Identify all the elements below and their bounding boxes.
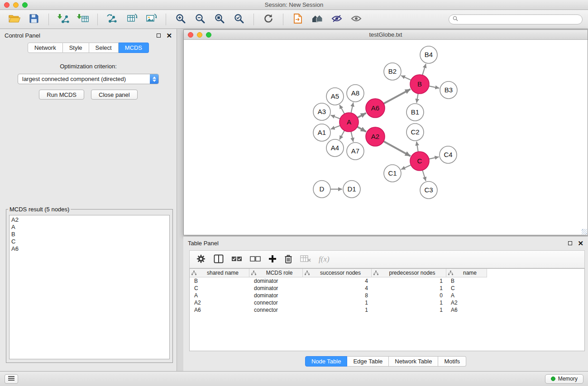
network-node-C4[interactable]: C4 xyxy=(440,146,457,163)
column-header[interactable]: MCDS role xyxy=(249,269,303,277)
network-node-A8[interactable]: A8 xyxy=(347,85,364,102)
table-settings-button[interactable] xyxy=(196,254,206,265)
node-table[interactable]: shared nameMCDS rolesuccessor nodesprede… xyxy=(189,268,585,351)
network-edge-A-A4[interactable] xyxy=(339,130,344,139)
delete-table-button[interactable] xyxy=(300,255,311,264)
tab-network[interactable]: Network xyxy=(28,43,63,53)
import-table-button[interactable] xyxy=(74,12,92,27)
network-node-D[interactable]: D xyxy=(313,181,330,198)
delete-column-button[interactable] xyxy=(284,254,292,265)
deselect-all-rows-button[interactable] xyxy=(250,256,261,263)
home-neighbors-button[interactable] xyxy=(308,12,326,27)
zoom-fit-button[interactable] xyxy=(210,12,229,27)
network-edge-A-A5[interactable] xyxy=(339,105,344,114)
hide-details-button[interactable] xyxy=(328,12,346,27)
window-resize-grip[interactable] xyxy=(582,229,587,234)
network-edge-B-B2[interactable] xyxy=(401,76,411,80)
save-session-button[interactable] xyxy=(25,12,43,27)
function-builder-button[interactable]: f(x) xyxy=(319,255,330,264)
network-edge-A-A3[interactable] xyxy=(331,115,340,119)
close-window-button[interactable] xyxy=(4,2,10,8)
network-node-B3[interactable]: B3 xyxy=(440,81,457,99)
column-header[interactable]: predecessor nodes xyxy=(372,269,446,277)
task-history-button[interactable] xyxy=(5,374,18,384)
network-node-A2[interactable]: A2 xyxy=(366,127,385,146)
network-edge-A-A8[interactable] xyxy=(351,103,353,113)
select-all-rows-button[interactable] xyxy=(231,256,242,263)
tab-style[interactable]: Style xyxy=(63,43,89,53)
show-details-button[interactable] xyxy=(347,12,365,27)
import-network-button[interactable] xyxy=(54,12,72,27)
network-canvas-area[interactable]: AA1A2A3A4A5A6A7A8BB1B2B3B4CC1C2C3C4DD1 xyxy=(184,40,588,235)
close-panel-icon[interactable]: ✕ xyxy=(166,33,172,38)
network-edge-A2-C[interactable] xyxy=(383,141,410,156)
network-edge-A-A7[interactable] xyxy=(351,132,353,142)
column-header[interactable]: shared name xyxy=(190,269,249,277)
criterion-dropdown[interactable]: largest connected component (directed) xyxy=(18,74,159,84)
network-edge-A-A1[interactable] xyxy=(331,126,340,129)
network-edge-B-B3[interactable] xyxy=(429,86,440,88)
mcds-result-item[interactable]: A6 xyxy=(10,245,169,253)
mcds-result-list[interactable]: A2ABCA6 xyxy=(9,215,170,359)
tab-mcds[interactable]: MCDS xyxy=(119,43,149,53)
network-window-titlebar[interactable]: testGlobe.txt xyxy=(184,30,588,40)
mcds-result-item[interactable]: C xyxy=(10,238,169,245)
zoom-out-button[interactable] xyxy=(191,12,209,27)
search-input[interactable] xyxy=(460,16,578,23)
network-edge-C-C3[interactable] xyxy=(422,170,425,181)
network-node-B2[interactable]: B2 xyxy=(384,63,401,80)
new-network-button[interactable] xyxy=(103,12,121,27)
zoom-in-button[interactable] xyxy=(172,12,190,27)
memory-button[interactable]: Memory xyxy=(545,374,583,384)
network-node-A1[interactable]: A1 xyxy=(313,124,330,141)
tab-node-table[interactable]: Node Table xyxy=(305,356,348,367)
run-mcds-button[interactable]: Run MCDS xyxy=(39,90,84,100)
table-row[interactable]: Cdominator41C xyxy=(190,285,584,292)
mcds-result-item[interactable]: A2 xyxy=(10,216,169,224)
network-node-A5[interactable]: A5 xyxy=(326,88,344,105)
network-edge-A-A2[interactable] xyxy=(357,127,366,132)
create-column-button[interactable] xyxy=(268,255,277,264)
show-columns-button[interactable] xyxy=(214,254,224,265)
network-minimize-button[interactable] xyxy=(197,32,202,38)
open-session-file-button[interactable] xyxy=(289,12,307,27)
close-table-panel-icon[interactable]: ✕ xyxy=(578,241,583,245)
network-node-B1[interactable]: B1 xyxy=(406,104,424,121)
network-zoom-button[interactable] xyxy=(206,32,211,38)
network-edge-C-C4[interactable] xyxy=(429,157,439,159)
column-header[interactable]: successor nodes xyxy=(303,269,372,277)
network-edge-C-C1[interactable] xyxy=(401,165,411,170)
zoom-window-button[interactable] xyxy=(22,2,28,8)
network-node-A4[interactable]: A4 xyxy=(326,139,344,157)
network-node-B[interactable]: B xyxy=(410,75,429,94)
network-node-C3[interactable]: C3 xyxy=(420,181,437,199)
float-table-panel-icon[interactable] xyxy=(568,241,572,245)
network-node-A3[interactable]: A3 xyxy=(313,103,330,120)
column-header[interactable]: name xyxy=(446,269,487,277)
network-edge-A-A6[interactable] xyxy=(358,113,366,118)
table-row[interactable]: Bdominator41B xyxy=(190,277,584,285)
tab-network-table[interactable]: Network Table xyxy=(389,356,438,367)
export-image-button[interactable] xyxy=(142,12,160,27)
mcds-result-item[interactable]: B xyxy=(10,231,169,238)
tab-select[interactable]: Select xyxy=(89,43,119,53)
tab-motifs[interactable]: Motifs xyxy=(438,356,466,367)
network-edge-B-B1[interactable] xyxy=(416,94,418,103)
network-node-A[interactable]: A xyxy=(339,113,359,132)
network-node-C1[interactable]: C1 xyxy=(384,165,401,182)
network-node-A7[interactable]: A7 xyxy=(347,143,364,160)
network-node-A6[interactable]: A6 xyxy=(366,99,385,118)
tab-edge-table[interactable]: Edge Table xyxy=(347,356,389,367)
network-node-B4[interactable]: B4 xyxy=(420,46,437,63)
table-row[interactable]: A6connector11A6 xyxy=(190,306,584,314)
mcds-result-item[interactable]: A xyxy=(10,224,169,231)
zoom-selected-button[interactable] xyxy=(230,12,248,27)
float-panel-icon[interactable] xyxy=(157,33,161,38)
new-table-button[interactable] xyxy=(123,12,141,27)
table-row[interactable]: Adominator80A xyxy=(190,292,584,299)
network-node-C[interactable]: C xyxy=(410,152,429,171)
minimize-window-button[interactable] xyxy=(13,2,19,8)
close-panel-button[interactable]: Close panel xyxy=(91,90,138,100)
network-edge-B-B4[interactable] xyxy=(422,64,426,75)
network-close-button[interactable] xyxy=(188,32,193,38)
